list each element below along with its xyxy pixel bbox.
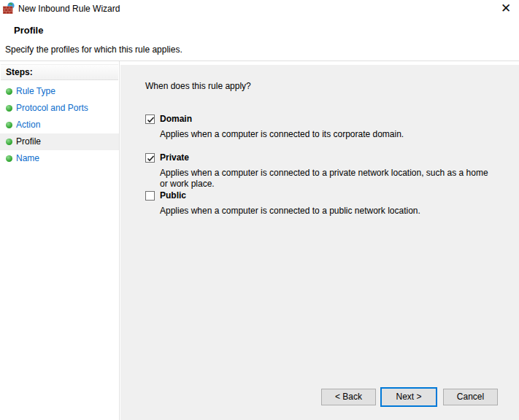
firewall-icon xyxy=(3,2,15,14)
sidebar-item-profile[interactable]: Profile xyxy=(0,133,119,150)
green-dot-icon xyxy=(6,88,12,95)
domain-label[interactable]: Domain xyxy=(160,114,192,124)
green-dot-icon xyxy=(6,105,12,112)
public-checkbox[interactable] xyxy=(145,191,155,201)
page-subtitle: Specify the profiles for which this rule… xyxy=(5,44,182,55)
step-label: Action xyxy=(16,120,40,130)
sidebar-item-protocol-and-ports[interactable]: Protocol and Ports xyxy=(0,100,119,117)
check-icon xyxy=(146,115,155,125)
steps-list: Rule Type Protocol and Ports Action Prof… xyxy=(0,83,119,167)
sidebar-item-rule-type[interactable]: Rule Type xyxy=(0,83,119,100)
domain-checkbox[interactable] xyxy=(145,114,155,124)
public-label[interactable]: Public xyxy=(160,190,186,201)
private-label[interactable]: Private xyxy=(160,152,189,163)
steps-sidebar: Steps: Rule Type Protocol and Ports Acti… xyxy=(0,61,120,420)
steps-heading: Steps: xyxy=(1,64,118,80)
green-dot-icon xyxy=(6,122,12,128)
domain-description: Applies when a computer is connected to … xyxy=(160,129,497,140)
check-icon xyxy=(146,154,155,163)
page-title: Profile xyxy=(14,25,43,36)
private-checkbox[interactable] xyxy=(145,153,155,163)
public-description: Applies when a computer is connected to … xyxy=(160,206,497,217)
step-label: Name xyxy=(16,153,39,163)
step-label: Protocol and Ports xyxy=(16,103,88,113)
private-description: Applies when a computer is connected to … xyxy=(160,168,497,190)
title-bar: New Inbound Rule Wizard ✕ xyxy=(0,0,519,22)
cancel-button[interactable]: Cancel xyxy=(443,389,498,405)
step-label: Rule Type xyxy=(16,86,55,96)
sidebar-item-action[interactable]: Action xyxy=(0,117,119,133)
back-button[interactable]: < Back xyxy=(321,389,376,405)
window-title: New Inbound Rule Wizard xyxy=(18,4,120,14)
next-button[interactable]: Next > xyxy=(380,387,437,407)
sidebar-item-name[interactable]: Name xyxy=(0,150,119,167)
green-dot-icon xyxy=(6,155,12,162)
close-icon[interactable]: ✕ xyxy=(498,1,514,17)
green-dot-icon xyxy=(6,139,12,145)
question-text: When does this rule apply? xyxy=(145,81,251,91)
step-label: Profile xyxy=(16,136,41,147)
